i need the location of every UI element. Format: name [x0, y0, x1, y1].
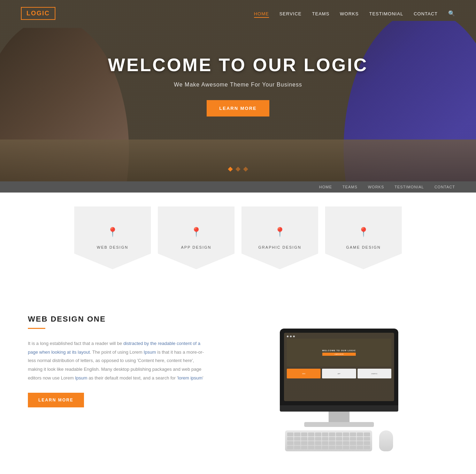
key [294, 446, 300, 450]
key [301, 441, 307, 445]
hero-content: WELCOME TO OUR LOGIC We Make Awesome The… [108, 54, 368, 116]
key [301, 432, 307, 436]
monitor: WELCOME TO OUR LOGIC LEARN MORE WEB APP … [280, 329, 398, 427]
hero-cta-button[interactable]: LEARN MORE [207, 100, 269, 116]
app-design-label: APP DESIGN [181, 245, 211, 249]
key [322, 432, 328, 436]
nav-link-teams[interactable]: TEAMS [312, 11, 330, 16]
screen-nav-dot-1 [287, 336, 289, 337]
key [329, 432, 335, 436]
key [329, 437, 335, 441]
nav-item-teams[interactable]: TEAMS [312, 10, 330, 17]
secondary-nav-teams: TEAMS [343, 185, 358, 189]
monitor-screen: WELCOME TO OUR LOGIC LEARN MORE WEB APP … [284, 333, 394, 401]
screen-nav-dot-2 [290, 336, 292, 337]
mouse [379, 430, 393, 451]
key [294, 432, 300, 436]
hero-desk [0, 140, 476, 181]
hero-title: WELCOME TO OUR LOGIC [108, 54, 368, 75]
nav-item-home[interactable]: HOME [254, 10, 269, 17]
key [336, 432, 342, 436]
service-card-app-design[interactable]: 📍 APP DESIGN [158, 206, 235, 269]
web-design-label: WEB DESIGN [97, 245, 128, 249]
key [287, 437, 293, 441]
key [336, 446, 342, 450]
ipsum-link[interactable]: Ipsum [144, 349, 156, 355]
secondary-nav-testimonial: TESTIMONIAL [394, 185, 424, 189]
nav-search[interactable]: 🔍 [448, 10, 455, 17]
secondary-nav-home: HOME [319, 185, 332, 189]
navbar: LOGIC HOME SERVICE TEAMS WORKS TESTIMONI… [0, 0, 476, 27]
key [301, 446, 307, 450]
key [364, 446, 370, 450]
key [336, 441, 342, 445]
nav-link-home[interactable]: HOME [254, 11, 269, 18]
key [322, 446, 328, 450]
game-design-icon: 📍 [358, 227, 369, 238]
screen-cards: WEB APP GRAPHIC [287, 369, 391, 378]
key [308, 441, 314, 445]
key [350, 437, 356, 441]
key [350, 432, 356, 436]
nav-link-testimonial[interactable]: TESTIMONIAL [369, 11, 403, 16]
monitor-neck [329, 412, 350, 422]
key [329, 441, 335, 445]
key [322, 437, 328, 441]
service-card-game-design[interactable]: 📍 GAME DESIGN [325, 206, 402, 269]
hero-dots [229, 167, 247, 171]
monitor-base [304, 422, 374, 427]
hero-subtitle: We Make Awesome Theme For Your Business [108, 82, 368, 88]
monitor-chin [280, 405, 398, 412]
key [315, 441, 321, 445]
graphic-design-icon: 📍 [274, 227, 285, 238]
nav-link-service[interactable]: SERVICE [279, 11, 302, 16]
hero-dot-1[interactable] [228, 167, 233, 172]
key [315, 437, 321, 441]
nav-link-contact[interactable]: CONTACT [414, 11, 438, 16]
key [364, 441, 370, 445]
ipsum-link-2[interactable]: Ipsum [75, 375, 87, 381]
screen-card-web: WEB [287, 369, 321, 378]
nav-item-works[interactable]: WORKS [340, 10, 359, 17]
service-card-web-design[interactable]: 📍 WEB DESIGN [74, 206, 151, 269]
logo[interactable]: LOGIC [21, 7, 55, 20]
monitor-frame: WELCOME TO OUR LOGIC LEARN MORE WEB APP … [280, 329, 398, 405]
nav-link-works[interactable]: WORKS [340, 11, 359, 16]
keyboard [285, 430, 372, 451]
web-design-text: WEB DESIGN ONE It is a long established … [28, 315, 209, 407]
app-design-icon: 📍 [191, 227, 202, 238]
key [308, 432, 314, 436]
nav-item-contact[interactable]: CONTACT [414, 10, 438, 17]
key [364, 432, 370, 436]
graphic-design-label: GRAPHIC DESIGN [258, 245, 301, 249]
key [343, 441, 349, 445]
lorem-ipsum-link[interactable]: lorem ipsum [178, 375, 202, 381]
key [329, 446, 335, 450]
nav-item-service[interactable]: SERVICE [279, 10, 302, 17]
section-body: It is a long established fact that a rea… [28, 339, 209, 382]
key [308, 437, 314, 441]
service-card-graphic-design[interactable]: 📍 GRAPHIC DESIGN [241, 206, 318, 269]
distracted-link[interactable]: distracted by the readable content of a … [28, 341, 200, 355]
screen-content: WELCOME TO OUR LOGIC LEARN MORE WEB APP … [284, 333, 394, 381]
key [315, 432, 321, 436]
nav-links: HOME SERVICE TEAMS WORKS TESTIMONIAL CON… [254, 10, 455, 17]
key [294, 441, 300, 445]
key [350, 446, 356, 450]
learn-more-button[interactable]: LEARN MORE [28, 393, 84, 407]
section-underline [28, 328, 45, 329]
service-section: 📍 WEB DESIGN 📍 APP DESIGN 📍 GRAPHIC DESI… [0, 193, 476, 294]
secondary-nav-works: WORKS [368, 185, 384, 189]
key [287, 432, 293, 436]
hero-dot-3[interactable] [243, 167, 248, 172]
search-icon[interactable]: 🔍 [448, 10, 455, 16]
key [357, 446, 363, 450]
game-design-label: GAME DESIGN [346, 245, 381, 249]
key [357, 441, 363, 445]
screen-card-graphic: GRAPHIC [358, 369, 391, 378]
hero-dot-2[interactable] [236, 167, 240, 172]
nav-item-testimonial[interactable]: TESTIMONIAL [369, 10, 403, 17]
screen-card-app: APP [322, 369, 356, 378]
key [357, 432, 363, 436]
key [322, 441, 328, 445]
